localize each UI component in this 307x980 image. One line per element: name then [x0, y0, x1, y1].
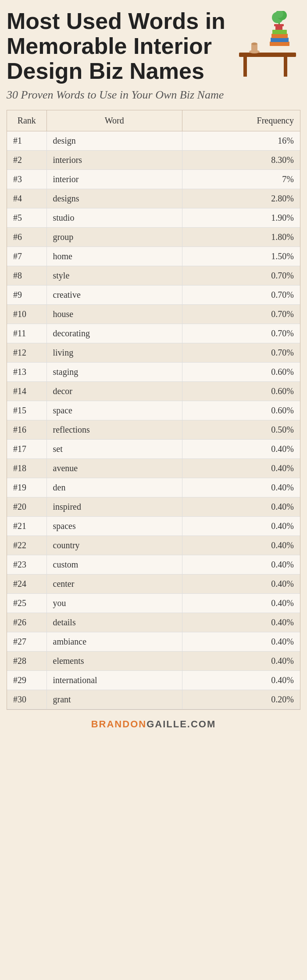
table-row: #17set0.40% — [7, 440, 300, 459]
word-cell: you — [46, 594, 182, 613]
word-cell: custom — [46, 555, 182, 575]
frequency-cell: 0.40% — [182, 478, 300, 497]
rank-cell: #9 — [7, 286, 46, 305]
word-cell: details — [46, 613, 182, 632]
rank-cell: #10 — [7, 305, 46, 324]
subtitle: 30 Proven Words to Use in Your Own Biz N… — [7, 88, 226, 102]
desk-svg — [230, 11, 300, 81]
word-cell: home — [46, 247, 182, 266]
frequency-cell: 8.30% — [182, 151, 300, 170]
word-cell: international — [46, 671, 182, 690]
table-row: #29international0.40% — [7, 671, 300, 690]
frequency-cell: 0.50% — [182, 420, 300, 440]
table-row: #9creative0.70% — [7, 286, 300, 305]
main-title: Most Used Words in Memorable Interior De… — [7, 9, 226, 84]
frequency-cell: 0.40% — [182, 517, 300, 536]
rank-cell: #2 — [7, 151, 46, 170]
svg-rect-3 — [270, 42, 289, 46]
table-row: #22country0.40% — [7, 536, 300, 555]
word-cell: studio — [46, 208, 182, 228]
frequency-cell: 1.90% — [182, 208, 300, 228]
footer-gaille: GAILLE — [146, 719, 187, 730]
table-row: #21spaces0.40% — [7, 517, 300, 536]
svg-rect-0 — [239, 53, 296, 57]
frequency-column-header: Frequency — [182, 110, 300, 131]
rank-cell: #6 — [7, 228, 46, 247]
frequency-cell: 0.40% — [182, 555, 300, 575]
rank-cell: #21 — [7, 517, 46, 536]
word-cell: ambiance — [46, 632, 182, 652]
rank-cell: #18 — [7, 459, 46, 478]
word-column-header: Word — [46, 110, 182, 131]
frequency-cell: 0.70% — [182, 305, 300, 324]
word-cell: interior — [46, 170, 182, 189]
word-cell: inspired — [46, 497, 182, 517]
table-row: #19den0.40% — [7, 478, 300, 497]
word-cell: creative — [46, 286, 182, 305]
table-row: #23custom0.40% — [7, 555, 300, 575]
frequency-cell: 16% — [182, 131, 300, 151]
rank-cell: #26 — [7, 613, 46, 632]
frequency-cell: 0.40% — [182, 459, 300, 478]
frequency-cell: 0.40% — [182, 497, 300, 517]
svg-rect-2 — [284, 57, 287, 77]
table-row: #8style0.70% — [7, 266, 300, 286]
svg-rect-5 — [271, 34, 288, 38]
main-container: Most Used Words in Memorable Interior De… — [0, 0, 307, 743]
footer-brandon: BRANDON — [91, 719, 146, 730]
word-cell: design — [46, 131, 182, 151]
table-row: #1design16% — [7, 131, 300, 151]
table-row: #11decorating0.70% — [7, 324, 300, 343]
rank-cell: #22 — [7, 536, 46, 555]
table-row: #16reflections0.50% — [7, 420, 300, 440]
rank-cell: #24 — [7, 575, 46, 594]
rank-cell: #5 — [7, 208, 46, 228]
word-cell: style — [46, 266, 182, 286]
word-cell: avenue — [46, 459, 182, 478]
table-row: #27ambiance0.40% — [7, 632, 300, 652]
table-row: #12living0.70% — [7, 343, 300, 363]
word-cell: space — [46, 401, 182, 420]
rank-cell: #7 — [7, 247, 46, 266]
frequency-cell: 2.80% — [182, 189, 300, 208]
rank-cell: #16 — [7, 420, 46, 440]
desk-illustration — [230, 11, 300, 83]
word-cell: designs — [46, 189, 182, 208]
rank-cell: #15 — [7, 401, 46, 420]
rank-cell: #4 — [7, 189, 46, 208]
frequency-cell: 0.70% — [182, 324, 300, 343]
word-cell: living — [46, 343, 182, 363]
table-row: #18avenue0.40% — [7, 459, 300, 478]
words-table: Rank Word Frequency #1design16%#2interio… — [7, 110, 300, 709]
table-row: #2interiors8.30% — [7, 151, 300, 170]
rank-column-header: Rank — [7, 110, 46, 131]
frequency-cell: 0.70% — [182, 343, 300, 363]
rank-cell: #28 — [7, 652, 46, 671]
word-cell: grant — [46, 690, 182, 709]
table-header-row: Rank Word Frequency — [7, 110, 300, 131]
word-cell: decorating — [46, 324, 182, 343]
word-cell: country — [46, 536, 182, 555]
rank-cell: #13 — [7, 363, 46, 382]
table-row: #24center0.40% — [7, 575, 300, 594]
word-cell: elements — [46, 652, 182, 671]
rank-cell: #27 — [7, 632, 46, 652]
frequency-cell: 0.70% — [182, 266, 300, 286]
rank-cell: #1 — [7, 131, 46, 151]
word-cell: spaces — [46, 517, 182, 536]
frequency-cell: 0.20% — [182, 690, 300, 709]
svg-rect-8 — [275, 26, 282, 30]
svg-rect-1 — [243, 57, 247, 77]
word-cell: group — [46, 228, 182, 247]
rank-cell: #20 — [7, 497, 46, 517]
frequency-cell: 0.40% — [182, 613, 300, 632]
frequency-cell: 1.50% — [182, 247, 300, 266]
table-row: #5studio1.90% — [7, 208, 300, 228]
data-table-wrapper: Rank Word Frequency #1design16%#2interio… — [7, 110, 300, 710]
word-cell: reflections — [46, 420, 182, 440]
rank-cell: #29 — [7, 671, 46, 690]
svg-point-15 — [251, 42, 257, 45]
word-cell: set — [46, 440, 182, 459]
word-cell: interiors — [46, 151, 182, 170]
header-section: Most Used Words in Memorable Interior De… — [7, 9, 300, 102]
